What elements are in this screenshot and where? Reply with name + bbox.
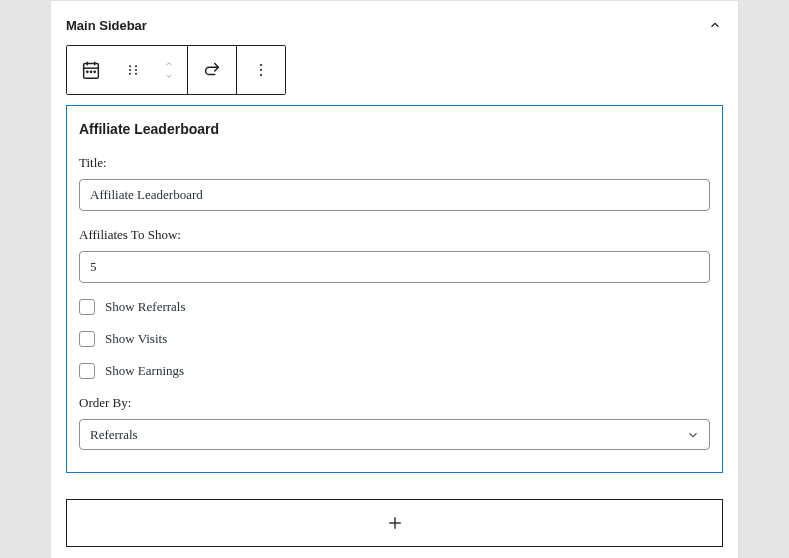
svg-point-12 xyxy=(135,73,137,75)
svg-point-5 xyxy=(90,71,91,72)
legacy-widget-block[interactable]: Affiliate Leaderboard Title: Affiliates … xyxy=(66,105,723,473)
svg-point-14 xyxy=(260,69,262,71)
field-orderby: Order By: Referrals xyxy=(79,395,710,450)
field-title: Title: xyxy=(79,155,710,211)
orderby-select-wrap: Referrals xyxy=(79,419,710,450)
plus-icon xyxy=(385,513,405,533)
chevron-up-icon xyxy=(708,18,722,32)
toolbar-group-options xyxy=(237,46,285,94)
block-toolbar xyxy=(66,45,286,95)
options-button[interactable] xyxy=(237,46,285,94)
field-show-earnings: Show Earnings xyxy=(79,363,710,379)
chevron-up-icon xyxy=(163,59,175,69)
collapse-toggle[interactable] xyxy=(707,17,723,33)
drag-handle[interactable] xyxy=(115,61,151,79)
svg-point-11 xyxy=(135,69,137,71)
move-to-icon xyxy=(201,59,223,81)
show-visits-checkbox[interactable] xyxy=(79,331,95,347)
block-type-button[interactable] xyxy=(67,46,115,94)
show-visits-label: Show Visits xyxy=(105,331,167,347)
svg-point-8 xyxy=(129,69,131,71)
count-label: Affiliates To Show: xyxy=(79,227,710,243)
move-to-button[interactable] xyxy=(188,46,236,94)
move-arrows xyxy=(151,59,187,81)
svg-point-4 xyxy=(87,71,88,72)
panel-title: Main Sidebar xyxy=(66,18,147,33)
show-referrals-label: Show Referrals xyxy=(105,299,186,315)
title-label: Title: xyxy=(79,155,710,171)
field-show-referrals: Show Referrals xyxy=(79,299,710,315)
chevron-down-icon xyxy=(163,71,175,81)
svg-point-7 xyxy=(129,65,131,67)
svg-point-15 xyxy=(260,74,262,76)
drag-icon xyxy=(124,61,142,79)
show-referrals-checkbox[interactable] xyxy=(79,299,95,315)
more-vertical-icon xyxy=(251,60,271,80)
add-block-button[interactable] xyxy=(66,499,723,547)
field-show-visits: Show Visits xyxy=(79,331,710,347)
move-down-button[interactable] xyxy=(163,71,175,81)
orderby-label: Order By: xyxy=(79,395,710,411)
move-up-button[interactable] xyxy=(163,59,175,69)
field-count: Affiliates To Show: xyxy=(79,227,710,283)
orderby-select[interactable]: Referrals xyxy=(79,419,710,450)
count-input[interactable] xyxy=(79,251,710,283)
toolbar-group-block xyxy=(67,46,188,94)
svg-point-9 xyxy=(129,73,131,75)
widget-area-panel: Main Sidebar xyxy=(50,0,739,558)
svg-point-13 xyxy=(260,64,262,66)
widget-name: Affiliate Leaderboard xyxy=(79,121,710,137)
title-input[interactable] xyxy=(79,179,710,211)
panel-header: Main Sidebar xyxy=(66,11,723,45)
svg-point-6 xyxy=(94,71,95,72)
show-earnings-checkbox[interactable] xyxy=(79,363,95,379)
block-mover xyxy=(115,46,187,94)
toolbar-group-transform xyxy=(188,46,237,94)
svg-point-10 xyxy=(135,65,137,67)
calendar-icon xyxy=(80,59,102,81)
show-earnings-label: Show Earnings xyxy=(105,363,184,379)
